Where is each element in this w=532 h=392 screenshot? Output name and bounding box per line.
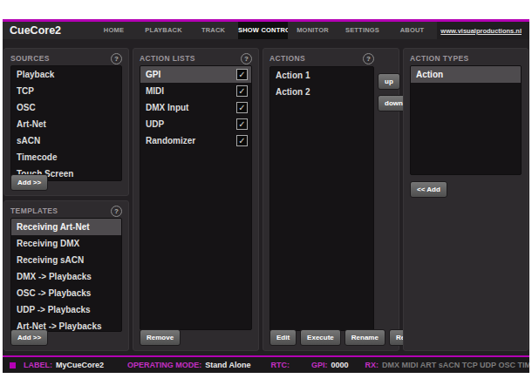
app-window: CueCore2 HOMEPLAYBACKTRACKSHOW CONTROLMO… [3,19,529,373]
actions-panel: ACTIONS ? Action 1Action 2 up down EditE… [263,48,399,351]
enabled-checkbox[interactable]: ✓ [236,118,248,130]
vendor-link[interactable]: www.visualproductions.nl [440,27,522,35]
template-item[interactable]: Receiving DMX [11,235,121,252]
action-lists-panel-header: ACTION LISTS ? [140,49,252,65]
source-item[interactable]: sACN [11,132,121,149]
status-rx-value: DMX MIDI ART sACN TCP UDP OSC TIMECODE [382,361,529,369]
template-item[interactable]: Receiving sACN [11,252,121,268]
action-list-item-label: GPI [146,66,160,83]
template-item[interactable]: OSC -> Playbacks [11,285,121,301]
action-rename-button[interactable]: Rename [344,329,385,346]
sources-panel-header: SOURCES ? [10,49,122,65]
actions-title: ACTIONS [269,54,305,63]
sources-title: SOURCES [10,54,50,63]
templates-add-button[interactable]: Add >> [10,329,48,346]
tab-about[interactable]: ABOUT [387,22,437,39]
tab-settings[interactable]: SETTINGS [338,22,387,39]
action-list-item-label: Randomizer [146,132,195,149]
sources-panel: SOURCES ? PlaybackTCPOSCArt-NetsACNTimec… [3,48,129,196]
action-types-panel: ACTION TYPES Action << Add [403,48,529,351]
template-item[interactable]: DMX -> Playbacks [11,268,121,285]
templates-panel: TEMPLATES ? Receiving Art-NetReceiving D… [3,200,129,351]
action-item[interactable]: Action 2 [270,84,373,100]
source-item[interactable]: Art-Net [11,116,121,132]
help-icon[interactable]: ? [241,53,252,64]
action-lists-remove-button[interactable]: Remove [140,329,181,346]
action-types-title: ACTION TYPES [410,54,469,63]
action-list-item[interactable]: UDP✓ [140,116,251,132]
action-up-button[interactable]: up [378,73,400,90]
sources-list: PlaybackTCPOSCArt-NetsACNTimecodeTouch S… [10,65,122,181]
header-link-area: www.visualproductions.nl [437,22,529,39]
app-logo: CueCore2 [3,22,89,39]
status-label-group: LABEL: MyCueCore2 [24,361,104,369]
status-rx-key: RX: [365,361,379,369]
help-icon[interactable]: ? [111,53,122,64]
source-item[interactable]: Timecode [11,149,121,166]
action-types-add-button[interactable]: << Add [410,181,447,198]
action-list-item-label: MIDI [146,83,164,99]
nav-tabs: HOMEPLAYBACKTRACKSHOW CONTROLMONITORSETT… [89,22,437,39]
action-list-item[interactable]: Randomizer✓ [140,132,251,149]
help-icon[interactable]: ? [363,53,374,64]
template-item[interactable]: Receiving Art-Net [11,219,121,235]
status-label-key: LABEL: [24,361,52,369]
action-execute-button[interactable]: Execute [300,329,341,346]
status-label-value: MyCueCore2 [56,361,104,369]
source-item[interactable]: TCP [11,83,121,99]
templates-panel-header: TEMPLATES ? [10,201,122,218]
status-gpi-value: 0000 [331,361,349,369]
action-edit-button[interactable]: Edit [269,329,297,346]
action-list-item-label: UDP [146,116,164,132]
tab-monitor[interactable]: MONITOR [288,22,338,39]
source-item[interactable]: Playback [11,66,121,83]
tab-playback[interactable]: PLAYBACK [139,22,188,39]
status-rtc-key: RTC: [271,361,290,369]
action-types-list: Action [410,65,522,175]
status-gpi-key: GPI: [311,361,328,369]
action-item[interactable]: Action 1 [270,67,373,84]
template-item[interactable]: UDP -> Playbacks [11,301,121,318]
action-list-item[interactable]: GPI✓ [140,66,251,83]
action-list-item[interactable]: DMX Input✓ [140,99,251,116]
status-mode-key: OPERATING MODE: [127,361,201,369]
sources-add-button[interactable]: Add >> [10,174,48,191]
action-lists-title: ACTION LISTS [140,54,195,63]
show-control-content: SOURCES ? PlaybackTCPOSCArt-NetsACNTimec… [3,39,529,355]
actions-panel-header: ACTIONS ? [269,49,374,65]
action-lists-panel: ACTION LISTS ? GPI✓MIDI✓DMX Input✓UDP✓Ra… [133,48,259,351]
header-bar: CueCore2 HOMEPLAYBACKTRACKSHOW CONTROLMO… [3,22,529,39]
status-gpi-group: GPI: 0000 [311,361,349,369]
enabled-checkbox[interactable]: ✓ [236,69,248,80]
action-list-item-label: DMX Input [146,99,188,116]
status-rtc-group: RTC: [271,361,294,369]
enabled-checkbox[interactable]: ✓ [236,85,248,97]
templates-title: TEMPLATES [10,206,58,215]
tab-track[interactable]: TRACK [188,22,238,39]
source-item[interactable]: OSC [11,99,121,116]
action-lists-list: GPI✓MIDI✓DMX Input✓UDP✓Randomizer✓ [140,65,252,330]
status-mode-group: OPERATING MODE: Stand Alone [127,361,251,369]
help-icon[interactable]: ? [111,206,122,217]
actions-list: Action 1Action 2 [269,66,374,331]
enabled-checkbox[interactable]: ✓ [236,102,248,113]
action-type-item[interactable]: Action [411,66,521,83]
enabled-checkbox[interactable]: ✓ [236,135,248,146]
action-list-item[interactable]: MIDI✓ [140,83,251,99]
status-rx-group: RX: DMX MIDI ART sACN TCP UDP OSC TIMECO… [365,361,529,369]
status-bar: LABEL: MyCueCore2 OPERATING MODE: Stand … [3,357,529,373]
tab-home[interactable]: HOME [89,22,139,39]
status-indicator-square [10,362,16,368]
status-mode-value: Stand Alone [205,361,250,369]
tab-show-control[interactable]: SHOW CONTROL [238,22,288,39]
action-types-panel-header: ACTION TYPES [410,49,522,65]
templates-list: Receiving Art-NetReceiving DMXReceiving … [10,218,122,332]
